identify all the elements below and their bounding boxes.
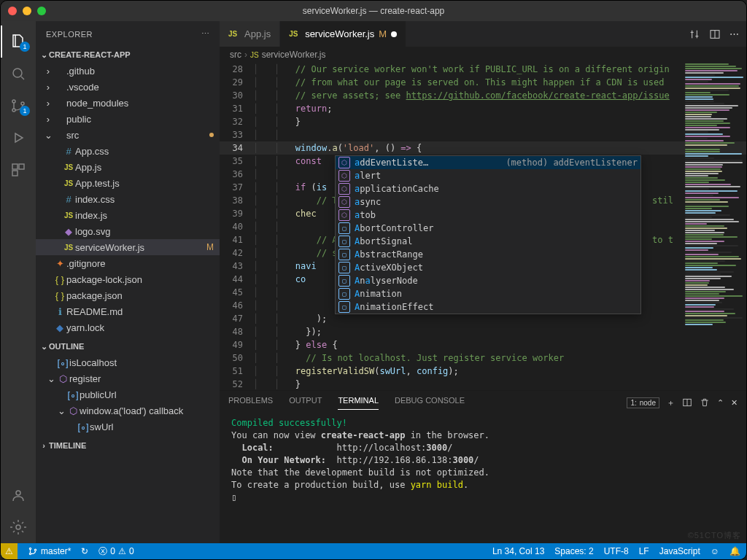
suggestion-item[interactable]: ▢AbortController <box>336 222 640 235</box>
line-number: 41 <box>220 233 253 246</box>
folder-row[interactable]: ›.vscode <box>36 79 220 95</box>
panel-tab[interactable]: OUTPUT <box>289 396 322 409</box>
file-row[interactable]: JSserviceWorker.jsM <box>36 239 220 255</box>
file-label: index.js <box>75 210 214 221</box>
outline-item[interactable]: [∘]isLocalhost <box>36 354 220 370</box>
file-row[interactable]: #App.css <box>36 143 220 159</box>
line-number: 47 <box>220 312 253 325</box>
suggestion-item[interactable]: ▢AbortSignal <box>336 235 640 248</box>
fn-icon: ⬡ <box>56 373 69 384</box>
suggestion-item[interactable]: ⬡applicationCache <box>336 182 640 195</box>
activity-debug[interactable] <box>1 122 36 154</box>
suggestion-item[interactable]: ▢AnimationEffect <box>336 300 640 314</box>
new-terminal-icon[interactable]: ＋ <box>667 397 675 408</box>
variable-icon: ▢ <box>338 262 350 273</box>
panel-tab[interactable]: DEBUG CONSOLE <box>395 396 465 409</box>
activity-search[interactable] <box>1 58 36 90</box>
status-eol[interactable]: LF <box>639 546 649 556</box>
minimize-window-button[interactable] <box>23 7 31 15</box>
variable-icon: ▢ <box>338 249 350 260</box>
status-sync[interactable]: ↻ <box>81 546 88 556</box>
suggestion-item[interactable]: ⬡addEventListe…(method) addEventListener <box>336 156 640 169</box>
activity-settings[interactable] <box>1 511 36 543</box>
panel-tab[interactable]: PROBLEMS <box>228 396 273 409</box>
split-terminal-icon[interactable] <box>682 397 692 408</box>
kill-terminal-icon[interactable] <box>700 397 710 408</box>
split-editor-icon[interactable] <box>709 28 721 40</box>
file-row[interactable]: ◆yarn.lock <box>36 319 220 335</box>
maximize-panel-icon[interactable]: ⌃ <box>717 398 724 408</box>
var-icon: [∘] <box>66 389 80 400</box>
line-number: 52 <box>220 378 253 390</box>
file-row[interactable]: #index.css <box>36 191 220 207</box>
svg-point-3 <box>21 102 24 105</box>
suggestion-item[interactable]: ⬡atob <box>336 209 640 222</box>
close-window-button[interactable] <box>8 7 17 15</box>
outline-header[interactable]: ⌄ OUTLINE <box>36 338 220 354</box>
suggestion-item[interactable]: ▢AbstractRange <box>336 248 640 261</box>
activity-scm[interactable]: 1 <box>1 90 36 122</box>
file-row[interactable]: { }package-lock.json <box>36 271 220 287</box>
file-row[interactable]: ✦.gitignore <box>36 255 220 271</box>
editor-tab[interactable]: JSserviceWorker.jsM <box>280 21 406 47</box>
more-icon[interactable]: ⋯ <box>729 28 739 39</box>
project-header[interactable]: ⌄ CREATE-REACT-APP <box>36 47 220 63</box>
suggestion-item[interactable]: ▢ActiveXObject <box>336 261 640 274</box>
suggestion-item[interactable]: ▢Animation <box>336 287 640 300</box>
close-panel-icon[interactable]: ✕ <box>731 398 738 408</box>
chevron-down-icon: ⌄ <box>43 130 53 141</box>
line-number: 32 <box>220 115 253 128</box>
status-cursor[interactable]: Ln 34, Col 13 <box>492 546 544 556</box>
outline-item[interactable]: [∘]swUrl <box>36 419 220 435</box>
outline-item[interactable]: ⌄⬡register <box>36 370 220 386</box>
file-label: .github <box>66 66 214 77</box>
json-icon: { } <box>53 274 66 285</box>
svg-point-12 <box>29 553 31 554</box>
method-icon: ⬡ <box>338 196 350 208</box>
compare-icon[interactable] <box>689 28 700 40</box>
yarn-icon: ◆ <box>53 322 66 333</box>
status-notifications[interactable]: 🔔 <box>729 546 740 556</box>
outline-item[interactable]: [∘]publicUrl <box>36 386 220 402</box>
sidebar-more-icon[interactable]: ⋯ <box>201 29 210 39</box>
panel-tab[interactable]: TERMINAL <box>338 396 379 410</box>
file-label: App.test.js <box>75 178 214 189</box>
activity-extensions[interactable] <box>1 154 36 186</box>
suggestion-item[interactable]: ▢AnalyserNode <box>336 274 640 287</box>
suggestion-item[interactable]: ⬡async <box>336 195 640 209</box>
folder-row[interactable]: ›public <box>36 111 220 127</box>
file-row[interactable]: JSApp.test.js <box>36 175 220 191</box>
status-problems[interactable]: ⓧ0 ⚠0 <box>98 545 133 558</box>
suggestion-item[interactable]: ⬡alert <box>336 169 640 182</box>
status-branch[interactable]: master* <box>28 546 71 556</box>
svg-point-1 <box>12 100 15 103</box>
file-row[interactable]: JSApp.js <box>36 159 220 175</box>
outline-item[interactable]: ⌄⬡window.a('load') callback <box>36 402 220 419</box>
minimap[interactable] <box>681 63 746 390</box>
timeline-header[interactable]: › TIMELINE <box>36 438 220 454</box>
status-indent[interactable]: Spaces: 2 <box>554 546 593 556</box>
breadcrumb[interactable]: src › JS serviceWorker.js <box>220 47 746 63</box>
var-icon: [∘] <box>56 357 69 368</box>
line-number: 40 <box>220 220 253 233</box>
status-warning[interactable]: ⚠ <box>1 543 18 559</box>
file-row[interactable]: ◆logo.svg <box>36 223 220 239</box>
terminal-shell-picker[interactable]: 1:node <box>627 397 659 408</box>
file-row[interactable]: { }package.json <box>36 287 220 303</box>
file-row[interactable]: ℹREADME.md <box>36 303 220 319</box>
folder-row[interactable]: ⌄src <box>36 127 220 143</box>
status-feedback[interactable]: ☺ <box>711 546 719 556</box>
activity-explorer[interactable]: 1 <box>1 26 36 58</box>
status-language[interactable]: JavaScript <box>659 546 700 556</box>
terminal[interactable]: Compiled successfully!You can now view c… <box>220 414 746 543</box>
status-encoding[interactable]: UTF-8 <box>604 546 629 556</box>
folder-row[interactable]: ›.github <box>36 63 220 79</box>
intellisense-popup[interactable]: ⬡addEventListe…(method) addEventListener… <box>335 155 641 314</box>
folder-row[interactable]: ›node_modules <box>36 95 220 111</box>
file-row[interactable]: JSindex.js <box>36 207 220 223</box>
editor-tab[interactable]: JSApp.js <box>220 21 280 47</box>
variable-icon: ▢ <box>338 301 350 313</box>
editor[interactable]: 28│ │ // Our service worker won't work i… <box>220 63 746 390</box>
zoom-window-button[interactable] <box>37 7 46 15</box>
activity-account[interactable] <box>1 479 36 511</box>
